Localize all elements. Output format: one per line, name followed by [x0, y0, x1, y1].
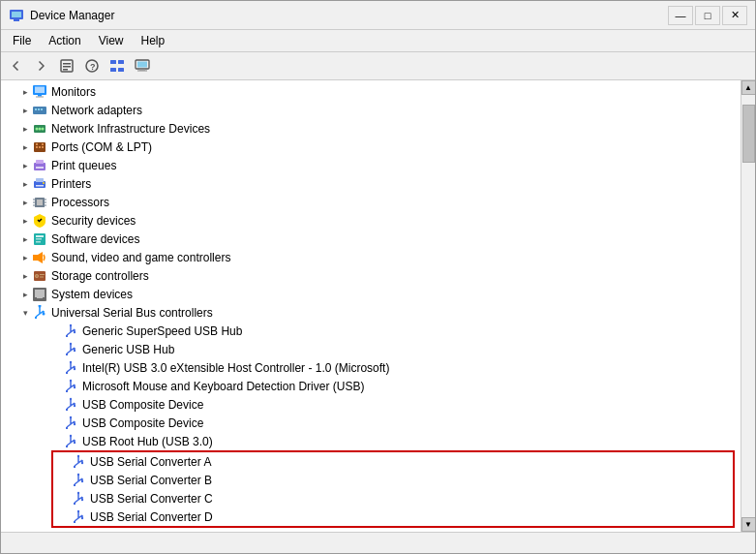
printqueue-icon	[32, 158, 47, 173]
minimize-button[interactable]: —	[668, 6, 693, 25]
svg-point-59	[36, 275, 38, 277]
title-bar: Device Manager — □ ✕	[1, 1, 755, 30]
svg-point-92	[77, 473, 79, 475]
netadapter-icon	[32, 103, 47, 118]
expand-printqueue[interactable]	[18, 159, 32, 172]
tree-item-serial-b[interactable]: USB Serial Converter B	[53, 471, 733, 489]
tree-item-superspeed-hub[interactable]: Generic SuperSpeed USB Hub	[1, 322, 741, 340]
svg-rect-53	[36, 235, 44, 237]
tree-item-netadapters[interactable]: Network adapters	[1, 101, 741, 119]
menu-view[interactable]: View	[91, 32, 132, 49]
svg-point-100	[81, 516, 83, 518]
usb-root-label: USB Root Hub (USB 3.0)	[82, 435, 213, 448]
menu-help[interactable]: Help	[134, 32, 173, 49]
expand-usb[interactable]	[18, 306, 32, 320]
svg-rect-60	[40, 274, 45, 275]
svg-rect-8	[63, 69, 68, 71]
svg-rect-11	[110, 60, 116, 64]
svg-point-91	[81, 461, 83, 463]
status-bar	[1, 532, 755, 553]
monitor-icon	[32, 84, 47, 100]
svg-point-76	[74, 367, 76, 369]
maximize-button[interactable]: □	[695, 6, 720, 25]
computer-button[interactable]	[131, 55, 154, 77]
tree-item-ports[interactable]: Ports (COM & LPT)	[1, 138, 741, 156]
svg-point-70	[74, 330, 76, 332]
tree-item-monitors[interactable]: Monitors	[1, 82, 741, 101]
expand-ports[interactable]	[18, 140, 32, 154]
tree-item-intel-usb[interactable]: Intel(R) USB 3.0 eXtensible Host Control…	[1, 358, 741, 377]
tree-item-generic-hub[interactable]: Generic USB Hub	[1, 340, 741, 358]
tree-item-wsd[interactable]: WSD Print Provider	[1, 530, 741, 532]
scrollbar-vertical[interactable]: ▲ ▼	[741, 80, 755, 532]
tree-item-serial-d[interactable]: USB Serial Converter D	[53, 508, 733, 526]
svg-rect-64	[37, 297, 43, 298]
tree-item-composite1[interactable]: USB Composite Device	[1, 395, 741, 414]
expand-storage[interactable]	[18, 269, 32, 283]
usb-device-icon-serial-a	[71, 454, 86, 470]
tree-item-serial-c[interactable]: USB Serial Converter C	[53, 489, 733, 508]
tree-item-netinfra[interactable]: Network Infrastructure Devices	[1, 119, 741, 138]
tree-icon	[109, 58, 125, 74]
menu-file[interactable]: File	[5, 32, 39, 49]
svg-point-36	[42, 143, 44, 145]
scrollbar-thumb-area	[741, 95, 755, 517]
tree-item-processors[interactable]: Processors	[1, 193, 741, 211]
expand-monitors[interactable]	[18, 85, 32, 99]
svg-rect-2	[14, 19, 19, 21]
expand-netadapters[interactable]	[18, 104, 32, 117]
tree-item-usb-root[interactable]: USB Root Hub (USB 3.0)	[1, 432, 741, 450]
tree-item-ms-mouse[interactable]: Microsoft Mouse and Keyboard Detection D…	[1, 377, 741, 395]
tree-item-printers[interactable]: Printers	[1, 174, 741, 193]
expand-system[interactable]	[18, 288, 32, 301]
svg-rect-87	[66, 446, 68, 447]
scrollbar-thumb[interactable]	[742, 105, 755, 163]
tree-button[interactable]	[106, 55, 129, 77]
scroll-down-button[interactable]: ▼	[741, 517, 756, 532]
svg-point-74	[70, 360, 72, 362]
usb-device-icon-superspeed	[63, 323, 78, 339]
tree-item-sound[interactable]: Sound, video and game controllers	[1, 248, 741, 266]
help-button[interactable]: ?	[80, 55, 104, 77]
tree-item-system[interactable]: System devices	[1, 285, 741, 303]
expand-software[interactable]	[18, 232, 32, 246]
expand-security[interactable]	[18, 214, 32, 228]
usb-icon	[32, 305, 47, 321]
menu-action[interactable]: Action	[41, 32, 88, 49]
tree-item-security[interactable]: Security devices	[1, 211, 741, 230]
svg-rect-25	[38, 108, 40, 110]
tree-item-composite2[interactable]: USB Composite Device	[1, 414, 741, 432]
device-manager-window: Device Manager — □ ✕ File Action View He…	[0, 0, 756, 554]
forward-button[interactable]	[30, 55, 53, 77]
tree-item-storage[interactable]: Storage controllers	[1, 266, 741, 285]
expand-netinfra[interactable]	[18, 122, 32, 136]
composite1-label: USB Composite Device	[82, 398, 203, 412]
svg-point-98	[77, 509, 79, 511]
svg-point-30	[42, 127, 45, 130]
tree-item-usb[interactable]: Universal Serial Bus controllers	[1, 303, 741, 322]
scroll-up-button[interactable]: ▲	[741, 80, 756, 95]
svg-point-86	[70, 434, 72, 436]
expand-serial-a	[57, 455, 71, 469]
back-icon	[10, 59, 23, 73]
serial-a-label: USB Serial Converter A	[90, 455, 211, 469]
expand-intel-usb	[49, 361, 63, 375]
generic-hub-label: Generic USB Hub	[82, 343, 174, 356]
properties-button[interactable]	[55, 55, 78, 77]
expand-processors[interactable]	[18, 196, 32, 209]
tree-item-software[interactable]: Software devices	[1, 230, 741, 248]
svg-rect-7	[63, 66, 71, 68]
svg-rect-84	[66, 427, 68, 429]
close-button[interactable]: ✕	[722, 6, 747, 25]
tree-panel[interactable]: Monitors Network adapters Network Infras…	[1, 80, 741, 532]
expand-printers[interactable]	[18, 177, 32, 191]
svg-point-82	[74, 404, 76, 406]
sound-icon	[32, 250, 47, 265]
superspeed-hub-label: Generic SuperSpeed USB Hub	[82, 324, 242, 338]
processors-icon	[32, 195, 47, 210]
tree-item-printqueue[interactable]: Print queues	[1, 156, 741, 174]
expand-sound[interactable]	[18, 251, 32, 264]
tree-item-serial-a[interactable]: USB Serial Converter A	[53, 452, 733, 471]
back-button[interactable]	[5, 55, 28, 77]
svg-rect-6	[63, 63, 71, 65]
